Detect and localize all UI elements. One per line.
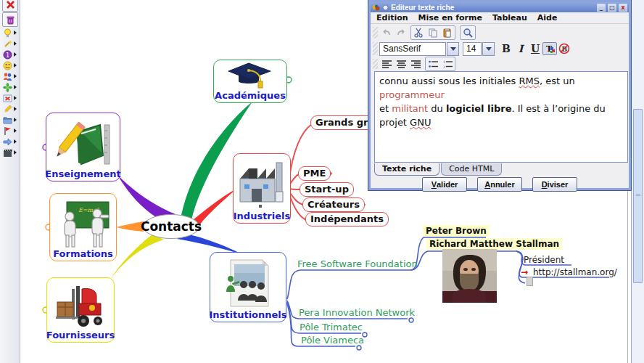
node-industriels[interactable]: Industriels <box>233 153 291 224</box>
cut-button[interactable] <box>411 26 426 39</box>
font-size-dropdown-arrow[interactable] <box>482 42 495 56</box>
icon-menu-flower[interactable] <box>3 82 20 92</box>
toolbar-grip[interactable] <box>373 59 378 69</box>
editor-text: connu aussi sous les initiales <box>379 76 519 86</box>
undo-button[interactable] <box>379 26 394 39</box>
icon-menu-folder[interactable] <box>3 115 20 125</box>
flower-icon <box>3 83 12 92</box>
maximize-button[interactable]: □ <box>608 4 616 12</box>
valider-rest: alider <box>437 180 458 189</box>
font-family-dropdown-arrow[interactable] <box>447 42 459 56</box>
remove-icon <box>6 0 15 9</box>
search-icon <box>463 28 473 38</box>
node-empty[interactable] <box>527 277 533 286</box>
node-pme[interactable]: PME <box>298 166 331 181</box>
icon-menu-smiley[interactable] <box>3 60 20 70</box>
classroom-icon: E=mc² <box>57 200 110 248</box>
book-pencil-icon <box>55 119 112 168</box>
icon-menu-mail[interactable] <box>3 93 20 103</box>
undo-icon <box>381 28 392 38</box>
dialog-titlebar[interactable]: Editeur texte riche _ □ x <box>371 2 629 12</box>
icon-menu-movie[interactable] <box>3 147 20 158</box>
paragraph-toolbar: 1 2 <box>371 57 629 70</box>
node-startup[interactable]: Start-up <box>300 182 354 197</box>
underline-button[interactable]: U <box>528 42 542 55</box>
node-independants[interactable]: Indépendants <box>305 212 389 227</box>
node-formations[interactable]: E=mc² Formations <box>49 193 117 261</box>
node-createurs[interactable]: Créateurs <box>302 197 365 212</box>
close-button[interactable]: x <box>619 4 627 12</box>
icon-menu-flag[interactable] <box>3 126 20 136</box>
editor-text-logiciel-libre: logiciel libre <box>446 103 512 114</box>
popup-arrow-icon <box>14 74 17 78</box>
align-right-button[interactable] <box>408 57 423 70</box>
node-stallman-link-label: http://stallman.org/ <box>533 267 617 277</box>
font-color-button[interactable]: T <box>542 42 557 55</box>
node-trimatec[interactable]: Pôle Trimatec <box>300 322 363 333</box>
node-peter-brown[interactable]: Peter Brown <box>423 225 490 237</box>
node-enseignement[interactable]: Enseignement <box>46 113 120 182</box>
node-contacts[interactable]: Contacts <box>143 214 199 239</box>
italic-button[interactable]: I <box>513 42 528 55</box>
diviser-mnemonic: D <box>542 180 548 189</box>
icon-menu-pencil[interactable] <box>3 104 20 114</box>
find-button[interactable] <box>461 26 475 39</box>
valider-button[interactable]: Valider <box>422 177 467 192</box>
align-right-icon <box>411 60 421 68</box>
icon-menu-idea[interactable] <box>3 28 20 38</box>
icon-menu-number1[interactable]: 1 <box>3 49 20 60</box>
menu-aide[interactable]: Aide <box>537 13 558 23</box>
remove-all-icons-button[interactable] <box>2 12 18 27</box>
numbered-list-button[interactable]: 1 2 <box>440 57 455 70</box>
copy-button[interactable] <box>426 26 440 39</box>
toolbar-grip[interactable] <box>373 27 378 38</box>
remove-last-icon-button[interactable] <box>2 0 18 12</box>
vertical-scrollbar[interactable] <box>631 0 644 363</box>
forklift-icon <box>54 285 107 330</box>
edit-toolbar <box>371 25 629 40</box>
font-size-select[interactable]: 14 <box>463 42 482 56</box>
tab-texte-riche[interactable]: Texte riche <box>374 163 439 176</box>
annuler-button[interactable]: Annuler <box>477 177 522 192</box>
smiley-icon <box>3 61 12 70</box>
popup-arrow-icon <box>14 118 17 122</box>
remove-format-button[interactable]: B <box>557 42 571 55</box>
node-academiques[interactable]: Académiques <box>213 60 287 103</box>
node-viameca-label: Pôle Viameca <box>301 335 364 346</box>
bold-button[interactable]: B <box>499 42 513 55</box>
minimize-button[interactable]: _ <box>597 4 606 12</box>
scrollbar-thumb[interactable] <box>633 109 643 283</box>
align-center-button[interactable] <box>394 57 408 70</box>
node-viameca[interactable]: Pôle Viameca <box>301 335 364 346</box>
node-stallman[interactable]: Richard Matthew Stallman <box>426 238 562 250</box>
node-pera[interactable]: Pera Innovation Network <box>299 307 415 318</box>
wand-icon <box>3 39 12 49</box>
cut-icon <box>413 28 424 38</box>
icon-menu-wand[interactable] <box>3 38 20 49</box>
menu-edition[interactable]: Edition <box>376 13 408 23</box>
node-pera-label: Pera Innovation Network <box>299 307 415 318</box>
node-president[interactable]: Président <box>524 255 564 265</box>
icon-menu-people[interactable] <box>3 71 20 81</box>
node-fsf[interactable]: Free Software Foundation <box>297 258 418 269</box>
toolbar-grip[interactable] <box>373 42 378 55</box>
menu-tableau[interactable]: Tableau <box>492 13 527 23</box>
tab-code-html[interactable]: Code HTML <box>441 163 502 176</box>
align-left-button[interactable] <box>379 57 394 70</box>
redo-button[interactable] <box>394 26 408 39</box>
node-institutionnels[interactable]: Institutionnels <box>210 252 286 322</box>
paste-button[interactable] <box>440 26 455 39</box>
font-family-select[interactable]: SansSerif <box>379 42 446 56</box>
align-left-icon <box>382 60 392 68</box>
svg-text:2: 2 <box>443 65 445 68</box>
rich-text-area[interactable]: connu aussi sous les initiales RMS, est … <box>374 71 628 163</box>
bullet-list-button[interactable] <box>426 57 440 70</box>
pin-icon[interactable] <box>382 4 389 11</box>
menu-mise-en-forme[interactable]: Mise en forme <box>418 13 482 23</box>
number-1-icon: 1 <box>3 50 12 60</box>
editor-text: du <box>428 103 446 114</box>
diviser-button[interactable]: Diviser <box>532 177 577 192</box>
node-stallman-link[interactable]: → http://stallman.org/ <box>521 267 617 277</box>
icon-menu-arrow[interactable] <box>3 136 20 147</box>
node-fournisseurs[interactable]: Fournisseurs <box>46 277 115 343</box>
